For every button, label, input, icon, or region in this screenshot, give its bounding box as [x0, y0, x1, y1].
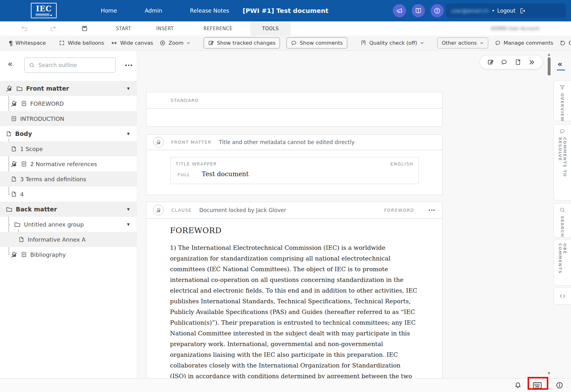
tree-item-normative-references[interactable]: 2 Normative references: [0, 156, 137, 171]
outline-sidebar: «: [0, 51, 137, 378]
manage-comments-button[interactable]: Manage comments: [495, 40, 553, 46]
comment-bubble-icon[interactable]: [501, 59, 507, 65]
top-navigation: Home Admin Release Notes: [101, 0, 229, 21]
chevron-down-icon[interactable]: ▼: [127, 132, 130, 136]
user-session-box[interactable]: user@email.ch • Logout: [446, 3, 566, 18]
redo-button[interactable]: [49, 21, 57, 36]
tab-start[interactable]: START: [108, 21, 139, 36]
chevron-down-icon: [186, 41, 190, 45]
tab-tools[interactable]: TOOLS: [250, 21, 291, 36]
logout-icon[interactable]: [519, 8, 526, 14]
lock-icon: [6, 85, 13, 92]
foreword-text[interactable]: 1) The International Electrotechnical Co…: [170, 242, 418, 392]
document-icon: [21, 100, 27, 107]
document-icon: [21, 251, 27, 258]
collapse-panel-icon[interactable]: «: [557, 61, 563, 68]
megaphone-icon: [396, 7, 403, 14]
status-bar: [0, 378, 571, 392]
tree-item-back-matter[interactable]: Back matter ▼: [0, 202, 137, 217]
wide-balloons-toggle[interactable]: Wide balloons: [59, 40, 104, 46]
chevron-down-icon[interactable]: ▼: [127, 222, 130, 227]
tools-toolbar: ¶ Whitespace Wide balloons Wide canvas Z…: [0, 36, 571, 51]
page-icon: [18, 236, 25, 243]
notifications-bell-icon[interactable]: [514, 381, 522, 389]
collapse-sidebar-icon[interactable]: «: [8, 59, 13, 68]
info-icon[interactable]: [556, 381, 563, 389]
tab-overview[interactable]: OVERVIEW: [553, 80, 571, 121]
nav-release-notes[interactable]: Release Notes: [190, 8, 229, 14]
standard-card[interactable]: STANDARD: [146, 92, 443, 127]
tab-insert[interactable]: INSERT: [147, 21, 183, 36]
scroll-down-arrow[interactable]: ▼: [548, 372, 550, 375]
edit-icon[interactable]: [487, 59, 494, 65]
brackets-icon: [59, 40, 65, 46]
lock-icon: [10, 100, 18, 107]
search-icon: [29, 62, 35, 68]
show-tracked-changes-button[interactable]: Show tracked changes: [204, 37, 280, 48]
scrollbar-thumb[interactable]: [548, 57, 551, 76]
full-title-label: FULL: [178, 172, 190, 177]
nav-admin[interactable]: Admin: [145, 8, 162, 14]
outline-more-options-icon[interactable]: [125, 64, 132, 66]
help-button[interactable]: [431, 4, 444, 17]
search-icon: [559, 207, 565, 213]
tree-item-scope[interactable]: 1 Scope: [0, 141, 137, 156]
undo-button[interactable]: [21, 21, 28, 36]
tree-item-foreword[interactable]: FOREWORD: [0, 96, 137, 111]
tree-item-untitled-annex-group[interactable]: Untitled annex group ▼: [0, 217, 137, 232]
rail-accent-underline: [557, 70, 565, 70]
comment-bubble-icon: [291, 40, 297, 46]
clause-card[interactable]: CLAUSE Document locked by Jack Glover FO…: [146, 202, 443, 390]
folder-icon: [6, 206, 13, 213]
show-comments-button[interactable]: Show comments: [286, 37, 347, 48]
zoom-menu[interactable]: Zoom: [160, 40, 190, 46]
user-email-blurred: user@email.ch: [451, 8, 489, 14]
chevron-down-icon[interactable]: ▼: [127, 87, 130, 91]
front-matter-header: FRONT MATTER Title and other metadata ca…: [146, 135, 442, 150]
tree-item-body[interactable]: Body ▼: [0, 126, 137, 141]
tree-item-informative-annex-a[interactable]: Informative Annex A: [0, 232, 137, 247]
iec-logo[interactable]: IEC: [31, 3, 57, 18]
book-icon: [415, 7, 422, 14]
document-icon: [21, 161, 27, 167]
zoom-icon: [160, 40, 166, 46]
search-outline-input[interactable]: [38, 62, 105, 68]
tree-item-terms-definitions[interactable]: 3 Terms and definitions: [0, 171, 137, 187]
save-button[interactable]: [81, 21, 88, 36]
folder-icon: [16, 85, 23, 92]
chevron-down-icon[interactable]: ▼: [127, 207, 130, 211]
tree-item-clause-4[interactable]: 4: [0, 187, 137, 202]
tracked-changes-icon: [208, 40, 214, 46]
tab-reference[interactable]: REFERENCE: [191, 21, 245, 36]
logout-link[interactable]: Logout: [497, 8, 515, 14]
title-wrapper-label: TITLE WRAPPER: [176, 161, 217, 166]
tree-item-front-matter[interactable]: Front matter ▼: [0, 81, 137, 96]
comment-bubble-icon: [495, 40, 501, 46]
nav-home[interactable]: Home: [101, 8, 117, 14]
foreword-heading: FOREWORD: [170, 226, 222, 235]
tab-search[interactable]: SEARCH: [553, 203, 571, 238]
tab-obe-comments[interactable]: OBE COMMENTS: [553, 239, 571, 286]
announcements-button[interactable]: [393, 4, 406, 17]
whitespace-toggle[interactable]: ¶ Whitespace: [9, 40, 46, 47]
tab-code-view[interactable]: [553, 287, 571, 305]
tree-item-introduction[interactable]: INTRODUCTION: [0, 111, 137, 126]
double-chevron-right-icon[interactable]: [528, 59, 535, 66]
front-matter-card[interactable]: FRONT MATTER Title and other metadata ca…: [146, 134, 443, 195]
other-actions-menu[interactable]: Other actions: [437, 37, 488, 48]
quality-check-menu[interactable]: Quality check (off): [360, 40, 424, 46]
page-icon: [11, 191, 17, 197]
clause-more-options-icon[interactable]: [429, 210, 435, 211]
iec-logo-lines: [36, 14, 52, 16]
tree-item-bibliography[interactable]: Bibliography: [0, 247, 137, 262]
wide-canvas-toggle[interactable]: Wide canvas: [111, 40, 153, 46]
scroll-up-arrow[interactable]: ▲: [548, 53, 550, 56]
tab-comments-to-resolve[interactable]: COMMENTS TO RESOLVE: [553, 124, 571, 200]
clause-header: CLAUSE Document locked by Jack Glover FO…: [146, 202, 442, 219]
outline-search[interactable]: [24, 58, 116, 73]
bookmark-star-icon[interactable]: [515, 59, 521, 65]
horizontal-arrows-icon: [111, 40, 117, 46]
compare-versions-button[interactable]: Compare versions: [560, 40, 571, 46]
documentation-button[interactable]: [412, 4, 425, 17]
annotation-highlight-box: [528, 377, 548, 390]
